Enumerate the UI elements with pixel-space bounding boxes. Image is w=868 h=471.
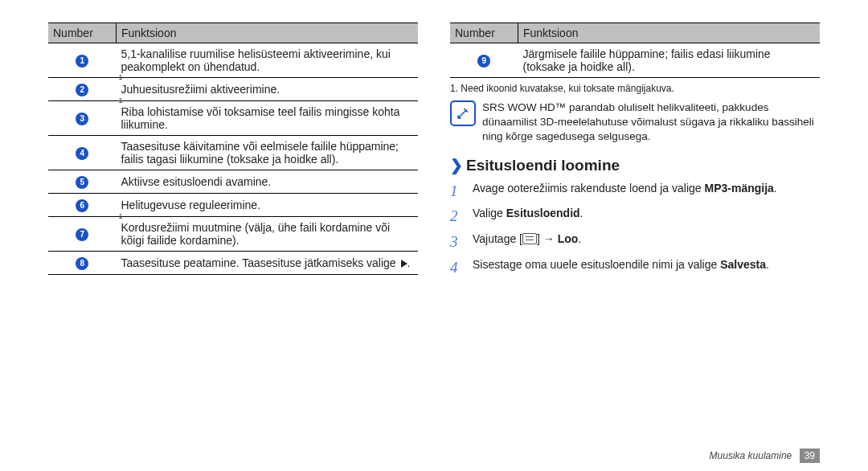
step-2: Valige Esitusloendid. <box>473 206 583 221</box>
sup-2: 1 <box>118 73 122 81</box>
menu-icon <box>522 233 537 244</box>
func-7: Kordusrežiimi muutmine (välja, ühe faili… <box>117 217 419 252</box>
badge-7: 7 <box>76 228 88 241</box>
right-function-table: Number Funktsioon 9 Järgmisele failile h… <box>450 23 820 78</box>
footnote: 1. Need ikoonid kuvatakse, kui toksate m… <box>450 83 820 94</box>
play-icon <box>401 260 407 268</box>
info-text: SRS WOW HD™ parandab oluliselt helikvali… <box>482 100 820 145</box>
col-function: Funktsioon <box>117 23 419 43</box>
func-2: Juhuesitusrežiimi aktiveerimine. <box>117 78 419 101</box>
left-function-table: Number Funktsioon 1 5,1-kanalilise ruumi… <box>48 23 418 275</box>
chevron-icon: ❯ <box>450 157 463 174</box>
func-5: Aktiivse esitusloendi avamine. <box>117 170 419 194</box>
page-number: 39 <box>800 448 820 463</box>
badge-3: 3 <box>76 113 88 125</box>
col-number: Number <box>48 23 117 43</box>
sup-7: 1 <box>118 212 122 220</box>
func-1: 5,1-kanalilise ruumilise helisüsteemi ak… <box>117 43 419 78</box>
note-icon <box>450 100 476 126</box>
heading-text: Esitusloendi loomine <box>466 157 620 174</box>
func-8-suffix: . <box>407 256 411 269</box>
step-4: Sisestage oma uuele esitusloendile nimi … <box>473 257 769 272</box>
badge-1: 1 <box>76 55 88 68</box>
func-8-text: Taasesituse peatamine. Taasesituse jätka… <box>121 256 399 269</box>
step-1: Avage ooterežiimis rakenduste loend ja v… <box>473 181 777 196</box>
func-6: Helitugevuse reguleerimine. <box>117 194 419 217</box>
step-num-3: 3 <box>450 231 465 252</box>
footer: Muusika kuulamine 39 <box>710 448 820 463</box>
footer-section: Muusika kuulamine <box>710 450 792 461</box>
func-9: Järgmisele failile hüppamine; failis eda… <box>518 43 821 78</box>
steps-list: 1 Avage ooterežiimis rakenduste loend ja… <box>450 181 820 278</box>
step-3: Vajutage [] → Loo. <box>473 231 581 247</box>
badge-5: 5 <box>76 176 88 189</box>
badge-4: 4 <box>76 147 88 160</box>
step-num-2: 2 <box>450 206 465 227</box>
badge-6: 6 <box>76 199 88 212</box>
badge-9: 9 <box>477 55 490 68</box>
step-num-4: 4 <box>450 257 465 278</box>
func-8: Taasesituse peatamine. Taasesituse jätka… <box>117 252 419 275</box>
func-4: Taasesituse käivitamine või eelmisele fa… <box>117 136 419 170</box>
sup-3: 1 <box>118 96 122 104</box>
func-3: Riba lohistamise või toksamise teel fail… <box>117 101 419 136</box>
info-box: SRS WOW HD™ parandab oluliselt helikvali… <box>450 100 820 145</box>
col-function: Funktsioon <box>518 23 821 43</box>
col-number: Number <box>450 23 518 43</box>
step-num-1: 1 <box>450 181 465 202</box>
section-heading: ❯Esitusloendi loomine <box>450 156 820 174</box>
badge-8: 8 <box>76 257 88 270</box>
badge-2: 2 <box>76 84 88 96</box>
